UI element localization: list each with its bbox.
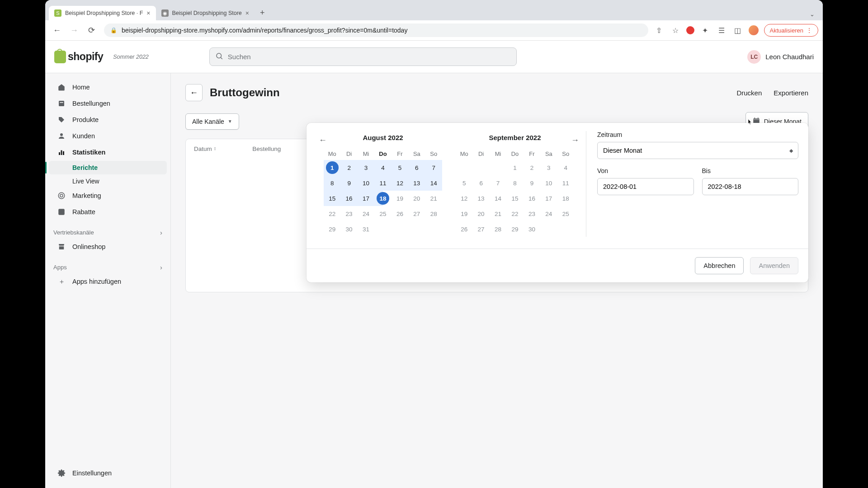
calendar-day[interactable]: 22 [506,206,523,221]
browser-tab[interactable]: ◉ Beispiel Dropshipping Store × [156,6,255,20]
calendar-day[interactable]: 4 [374,160,391,175]
calendar-day[interactable]: 30 [524,221,540,237]
profile-avatar-icon[interactable] [749,25,759,35]
sidebar-sub-live-view[interactable]: Live View [49,174,167,188]
calendar-day[interactable]: 27 [408,206,425,221]
column-header-date[interactable]: Datum ↕ [194,145,216,286]
calendar-day[interactable]: 2 [524,160,540,175]
calendar-day[interactable]: 10 [540,175,557,191]
share-icon[interactable]: ⇧ [654,25,665,36]
calendar-day[interactable]: 26 [456,221,472,237]
sidebar-item-settings[interactable]: Einstellungen [49,465,167,481]
calendar-day[interactable]: 28 [425,206,442,221]
close-icon[interactable]: × [146,9,150,17]
calendar-day[interactable]: 17 [540,191,557,206]
calendar-day[interactable]: 8 [324,175,340,191]
calendar-day[interactable]: 14 [425,175,442,191]
calendar-day[interactable]: 16 [524,191,540,206]
calendar-day[interactable]: 3 [358,160,374,175]
timerange-select[interactable]: Dieser Monat [597,142,798,159]
calendar-day[interactable]: 7 [490,175,506,191]
calendar-day[interactable]: 29 [506,221,523,237]
calendar-day[interactable]: 20 [472,206,489,221]
chevron-right-icon[interactable]: › [160,263,162,271]
calendar-day[interactable]: 19 [456,206,472,221]
sidebar-item-onlineshop[interactable]: Onlineshop [49,239,167,254]
channels-dropdown[interactable]: Alle Kanäle ▼ [185,113,239,130]
calendar-day[interactable]: 30 [340,221,357,237]
calendar-day[interactable]: 25 [557,206,574,221]
calendar-day[interactable]: 28 [490,221,506,237]
from-date-input[interactable] [597,178,694,195]
sidebar-item-customers[interactable]: Kunden [49,128,167,144]
new-tab-button[interactable]: + [256,5,269,20]
bookmark-star-icon[interactable]: ☆ [670,25,681,36]
calendar-day[interactable]: 4 [557,160,574,175]
to-date-input[interactable] [702,178,799,195]
calendar-next-button[interactable]: → [569,134,581,146]
calendar-day[interactable]: 31 [358,221,374,237]
sidebar-sub-reports[interactable]: Berichte [49,161,167,174]
calendar-day[interactable]: 8 [506,175,523,191]
calendar-day[interactable]: 2 [340,160,357,175]
column-header-order[interactable]: Bestellung [252,145,281,286]
calendar-day[interactable]: 20 [408,191,425,206]
side-panel-icon[interactable]: ◫ [732,25,743,36]
back-button[interactable]: ← [185,84,203,101]
calendar-day[interactable]: 17 [358,191,374,206]
calendar-day[interactable]: 12 [392,175,408,191]
calendar-day[interactable]: 29 [324,221,340,237]
calendar-day[interactable]: 18 [374,191,391,206]
calendar-day[interactable]: 3 [540,160,557,175]
calendar-day[interactable]: 13 [472,191,489,206]
calendar-day[interactable]: 24 [358,206,374,221]
calendar-day[interactable]: 24 [540,206,557,221]
calendar-day[interactable]: 15 [324,191,340,206]
calendar-day[interactable]: 21 [490,206,506,221]
url-field[interactable]: 🔒 beispiel-dropshipping-store.myshopify.… [104,23,648,37]
nav-back-button[interactable]: ← [50,23,64,38]
calendar-day[interactable]: 27 [472,221,489,237]
calendar-day[interactable]: 13 [408,175,425,191]
calendar-day[interactable]: 21 [425,191,442,206]
calendar-day[interactable]: 9 [340,175,357,191]
cancel-button[interactable]: Abbrechen [695,257,744,274]
calendar-day[interactable]: 6 [408,160,425,175]
calendar-day[interactable]: 25 [374,206,391,221]
calendar-day[interactable]: 26 [392,206,408,221]
sidebar-item-discounts[interactable]: Rabatte [49,204,167,220]
calendar-day[interactable]: 6 [472,175,489,191]
sidebar-item-add-apps[interactable]: ＋ Apps hinzufügen [49,274,167,289]
tabs-chevron-down-icon[interactable]: ⌄ [805,8,819,20]
sidebar-item-orders[interactable]: Bestellungen [49,96,167,111]
chevron-right-icon[interactable]: › [160,229,162,236]
calendar-day[interactable]: 19 [392,191,408,206]
browser-tab-active[interactable]: S Beispiel Dropshipping Store · F × [49,6,156,20]
user-menu[interactable]: LC Leon Chaudhari [747,50,814,64]
calendar-day[interactable]: 12 [456,191,472,206]
browser-update-button[interactable]: Aktualisieren ⋮ [764,24,818,37]
calendar-day[interactable]: 1 [324,160,340,175]
calendar-day[interactable]: 14 [490,191,506,206]
calendar-prev-button[interactable]: ← [316,134,329,146]
calendar-day[interactable]: 5 [456,175,472,191]
sidebar-item-marketing[interactable]: Marketing [49,188,167,203]
sidebar-item-products[interactable]: Produkte [49,112,167,127]
sidebar-item-analytics[interactable]: Statistiken [49,145,167,160]
close-icon[interactable]: × [245,9,249,17]
shopify-logo[interactable]: shopify [54,51,103,63]
extension-adblock-icon[interactable] [686,26,694,34]
calendar-day[interactable]: 16 [340,191,357,206]
sidebar-item-home[interactable]: Home [49,80,167,95]
nav-reload-button[interactable]: ⟳ [84,23,99,38]
calendar-day[interactable]: 5 [392,160,408,175]
calendar-day[interactable]: 11 [557,175,574,191]
print-button[interactable]: Drucken [736,89,762,97]
calendar-day[interactable]: 10 [358,175,374,191]
extensions-puzzle-icon[interactable]: ✦ [700,25,711,36]
calendar-day[interactable]: 1 [506,160,523,175]
calendar-day[interactable]: 23 [524,206,540,221]
calendar-day[interactable]: 23 [340,206,357,221]
reading-list-icon[interactable]: ☰ [716,25,727,36]
calendar-day[interactable]: 9 [524,175,540,191]
